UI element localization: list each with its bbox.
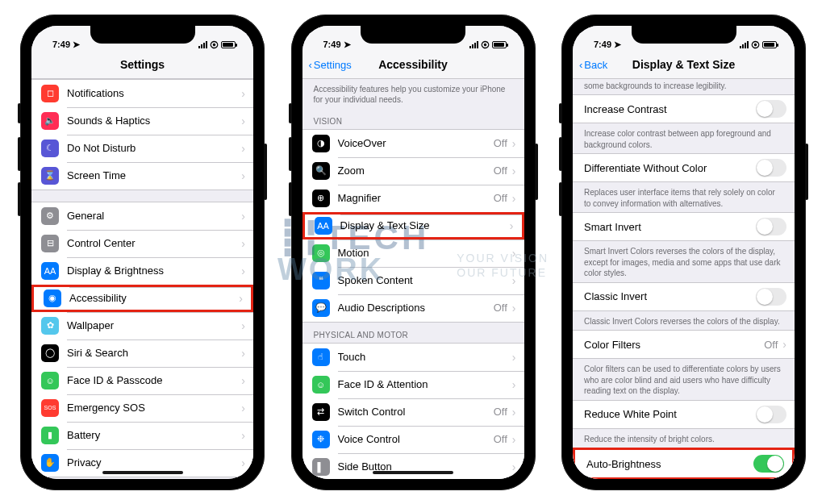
switch-control-icon: ⇄ xyxy=(312,403,330,421)
navbar-settings: Settings xyxy=(31,52,253,79)
row-side-button[interactable]: ▌ Side Button › xyxy=(302,453,524,479)
reduce-white-point-toggle[interactable] xyxy=(756,406,786,423)
row-emergency-sos[interactable]: SOS Emergency SOS › xyxy=(31,394,253,422)
location-icon: ➤ xyxy=(73,40,80,50)
row-label: Do Not Disturb xyxy=(67,142,240,154)
chevron-right-icon: › xyxy=(241,374,245,387)
row-reduce-white-point[interactable]: Reduce White Point xyxy=(573,401,795,428)
row-classic-invert[interactable]: Classic Invert xyxy=(573,283,795,310)
accessibility-icon: ◉ xyxy=(44,289,61,307)
row-display-text-size[interactable]: AA Display & Text Size › xyxy=(302,212,524,240)
status-time: 7:49 xyxy=(594,40,611,49)
chevron-right-icon: › xyxy=(241,264,245,277)
row-control-center[interactable]: ⊟ Control Center › xyxy=(31,230,253,257)
increase-contrast-toggle[interactable] xyxy=(756,100,786,118)
back-button[interactable]: ‹ Back xyxy=(579,52,607,78)
row-motion[interactable]: ◎ Motion › xyxy=(302,240,524,267)
screen-time-icon: ⌛ xyxy=(41,167,59,185)
row-label: Reduce White Point xyxy=(582,408,756,420)
face-id-attention-icon: ☺︎ xyxy=(312,376,330,394)
row-label: Sounds & Haptics xyxy=(67,115,240,127)
header-vision: VISION xyxy=(302,109,524,129)
row-value: Off xyxy=(764,339,778,351)
row-color-filters[interactable]: Color Filters Off › xyxy=(573,331,795,358)
row-differentiate-without-color[interactable]: Differentiate Without Color xyxy=(573,154,795,181)
chevron-right-icon: › xyxy=(512,302,516,314)
row-value: Off xyxy=(494,165,507,177)
row-magnifier[interactable]: ⊕ Magnifier Off › xyxy=(302,185,524,212)
smart-invert-toggle[interactable] xyxy=(756,218,786,235)
signal-icon xyxy=(198,41,207,48)
status-time: 7:49 xyxy=(323,40,341,49)
row-switch-control[interactable]: ⇄ Switch Control Off › xyxy=(302,398,524,426)
home-indicator[interactable] xyxy=(102,471,183,474)
row-face-id-attention[interactable]: ☺︎ Face ID & Attention › xyxy=(302,371,524,398)
screen-display-text-size: 7:49 ➤ ⦿ ‹ Back Display & Text Size some… xyxy=(573,26,795,479)
note-reduce-white-point: Reduce the intensity of bright colors. xyxy=(573,429,795,448)
row-value: Off xyxy=(494,433,507,445)
differentiate-without-color-toggle[interactable] xyxy=(756,159,786,177)
chevron-right-icon: › xyxy=(241,87,245,100)
home-indicator[interactable] xyxy=(373,471,453,474)
settings-content[interactable]: ◻︎ Notifications › 🔈 Sounds & Haptics › … xyxy=(31,79,253,479)
signal-icon xyxy=(469,41,478,48)
chevron-right-icon: › xyxy=(512,406,516,419)
intro-note: Accessibility features help you customiz… xyxy=(302,79,524,109)
row-label: Face ID & Passcode xyxy=(67,374,240,386)
row-accessibility[interactable]: ◉ Accessibility › xyxy=(31,285,253,312)
row-sounds-haptics[interactable]: 🔈 Sounds & Haptics › xyxy=(31,107,253,135)
voiceover-icon: ◑ xyxy=(312,135,330,152)
row-label: Face ID & Attention xyxy=(338,378,511,390)
row-do-not-disturb[interactable]: ☾ Do Not Disturb › xyxy=(31,135,253,162)
privacy-icon: ✋ xyxy=(41,454,59,472)
row-label: Control Center xyxy=(67,237,240,249)
row-voice-control[interactable]: ❉ Voice Control Off › xyxy=(302,426,524,453)
row-battery[interactable]: ▮ Battery › xyxy=(31,422,253,449)
battery-icon xyxy=(762,41,777,48)
row-label: Display & Brightness xyxy=(67,264,240,277)
do-not-disturb-icon: ☾ xyxy=(41,140,59,157)
chevron-right-icon: › xyxy=(782,338,786,351)
row-screen-time[interactable]: ⌛ Screen Time › xyxy=(31,162,253,190)
chevron-right-icon: › xyxy=(241,115,245,127)
row-zoom[interactable]: 🔍 Zoom Off › xyxy=(302,157,524,185)
phone-frame-1: 7:49 ➤ ⦿ Settings ◻︎ Notifications › 🔈 S… xyxy=(20,15,265,490)
row-siri-search[interactable]: ◯ Siri & Search › xyxy=(31,339,253,367)
row-value: Off xyxy=(494,192,507,204)
back-button[interactable]: ‹ Settings xyxy=(309,52,352,78)
row-smart-invert[interactable]: Smart Invert xyxy=(573,213,795,240)
note-increase-contrast: Increase color contrast between app fore… xyxy=(573,123,795,153)
wifi-icon: ⦿ xyxy=(481,40,490,50)
row-face-id-passcode[interactable]: ☺︎ Face ID & Passcode › xyxy=(31,367,253,394)
row-voiceover[interactable]: ◑ VoiceOver Off › xyxy=(302,130,524,157)
audio-descriptions-icon: 💬 xyxy=(312,299,330,317)
row-increase-contrast[interactable]: Increase Contrast xyxy=(573,95,795,123)
touch-icon: ☝︎ xyxy=(312,348,330,366)
row-label: Accessibility xyxy=(69,292,237,304)
row-touch[interactable]: ☝︎ Touch › xyxy=(302,344,524,371)
row-notifications[interactable]: ◻︎ Notifications › xyxy=(31,80,253,107)
note-differentiate-without-color: Replaces user interface items that rely … xyxy=(573,182,795,212)
phone-frame-3: 7:49 ➤ ⦿ ‹ Back Display & Text Size some… xyxy=(561,15,806,490)
row-label: Privacy xyxy=(67,456,240,469)
auto-brightness-toggle[interactable] xyxy=(753,455,784,473)
row-general[interactable]: ⚙︎ General › xyxy=(31,202,253,230)
chevron-right-icon: › xyxy=(241,347,245,360)
row-wallpaper[interactable]: ✿ Wallpaper › xyxy=(31,312,253,339)
row-audio-descriptions[interactable]: 💬 Audio Descriptions Off › xyxy=(302,294,524,322)
row-label: Increase Contrast xyxy=(582,103,756,115)
row-auto-brightness[interactable]: Auto-Brightness xyxy=(575,450,792,477)
chevron-right-icon: › xyxy=(241,169,245,182)
control-center-icon: ⊟ xyxy=(41,235,59,252)
accessibility-content[interactable]: Accessibility features help you customiz… xyxy=(302,79,524,479)
chevron-right-icon: › xyxy=(512,351,516,364)
motion-icon: ◎ xyxy=(312,244,330,262)
classic-invert-toggle[interactable] xyxy=(756,288,786,306)
row-spoken-content[interactable]: ❝ Spoken Content › xyxy=(302,267,524,294)
row-label: Voice Control xyxy=(338,433,494,445)
sounds-haptics-icon: 🔈 xyxy=(41,112,59,130)
row-label: Differentiate Without Color xyxy=(582,162,756,174)
siri-search-icon: ◯ xyxy=(41,344,59,362)
row-display-brightness[interactable]: AA Display & Brightness › xyxy=(31,257,253,285)
display-text-content[interactable]: some backgrounds to increase legibility.… xyxy=(573,79,795,479)
